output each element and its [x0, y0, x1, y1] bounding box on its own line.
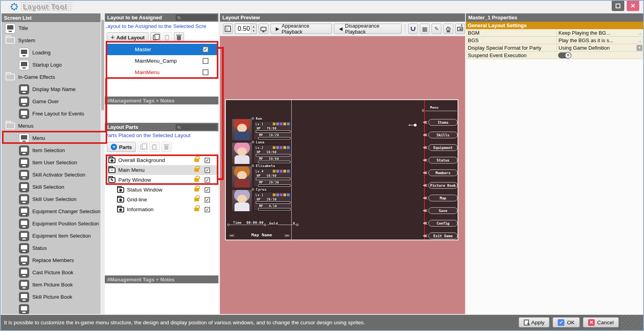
party-format-dropdown[interactable]: Using Game Definition▼ — [557, 44, 643, 51]
zoom-spinner[interactable]: ▲▼ — [251, 24, 256, 33]
spin-up-icon[interactable]: ▲ — [251, 24, 256, 29]
unlock-icon[interactable] — [194, 188, 199, 192]
paste-part-button[interactable] — [149, 142, 160, 152]
menu-button-save[interactable]: Save — [428, 207, 458, 214]
suspend-event-toggle[interactable]: 0 — [558, 52, 571, 58]
sidebar-item-skill-user-selection[interactable]: Skill User Selection — [2, 193, 101, 205]
spin-down-icon[interactable]: ▼ — [251, 29, 256, 33]
property-row-display-special-format[interactable]: Display Special Format for Party Using G… — [466, 44, 643, 52]
screen-list-scrollbar[interactable] — [101, 13, 104, 314]
menu-button-members[interactable]: Members — [428, 169, 458, 176]
management-tags-notes-field[interactable] — [106, 104, 218, 123]
sidebar-item-replace-members[interactable]: Replace Members — [2, 254, 101, 266]
sidebar-item-item-user-selection[interactable]: Item User Selection — [2, 156, 101, 169]
sidebar-item-partial[interactable] — [2, 303, 101, 314]
sidebar-item-free-layout-for-events[interactable]: Free Layout for Events — [2, 108, 101, 120]
part-row-grid-line[interactable]: ◉ Grid-line — [106, 195, 217, 205]
layout-row-master[interactable]: Master — [106, 44, 217, 55]
part-checkbox[interactable] — [205, 207, 210, 212]
preview-canvas[interactable]: Menu Items Skills Equipment Status Membe… — [220, 36, 465, 314]
part-row-party-window[interactable]: ✎ Party Window — [106, 175, 217, 185]
paste-layout-button[interactable] — [162, 32, 172, 43]
toggle-knob[interactable]: 0 — [565, 52, 571, 59]
menu-button-map[interactable]: Map — [428, 195, 458, 201]
snap-magnet-button[interactable] — [408, 24, 418, 34]
sidebar-item-system[interactable]: System — [2, 34, 101, 46]
sidebar-item-equipment-changer-selection[interactable]: Equipment Changer Selection — [2, 205, 101, 218]
apply-button[interactable]: Apply — [519, 317, 550, 327]
property-row-bgs[interactable]: BGS Play the BGS as it is s...→ — [466, 37, 643, 44]
part-checkbox[interactable] — [205, 167, 210, 173]
layout-checkbox[interactable] — [203, 58, 208, 64]
sidebar-item-startup-logo[interactable]: Startup Logo — [2, 59, 101, 71]
unlock-icon[interactable] — [194, 178, 199, 182]
menu-button-equipment[interactable]: Equipment — [428, 144, 458, 151]
sidebar-item-cast-picture-book[interactable]: Cast Picture Book — [2, 266, 101, 279]
part-checkbox[interactable] — [205, 177, 210, 183]
delete-part-button[interactable] — [161, 142, 171, 152]
layout-search-input[interactable] — [176, 15, 217, 20]
camera-view-button[interactable] — [443, 24, 453, 34]
sidebar-item-skill-activator-selection[interactable]: Skill Activator Selection — [2, 169, 101, 181]
unlock-icon[interactable] — [194, 208, 199, 211]
part-row-main-menu[interactable]: ≡ Main Menu — [106, 165, 217, 175]
management-tags-notes-field-2[interactable] — [106, 283, 218, 313]
zoom-input[interactable]: 0.50 ▲▼ — [235, 24, 257, 34]
copy-part-button[interactable] — [138, 142, 148, 152]
sidebar-item-menus[interactable]: Menus — [2, 120, 101, 132]
property-row-bgm[interactable]: BGM Keep Playing the BG...→ — [466, 29, 643, 37]
layout-row-mainmenu-camp[interactable]: MainMenu_Camp — [106, 55, 217, 67]
menu-button-items[interactable]: Items — [428, 119, 458, 126]
menu-button-status[interactable]: Status — [428, 157, 458, 164]
part-checkbox[interactable] — [205, 158, 210, 163]
grid-toggle-button[interactable]: ▦ — [420, 24, 430, 34]
toolbar-overflow-button[interactable]: ▼ — [459, 23, 464, 28]
appearance-playback-button[interactable]: ▶ Appearance Playback — [270, 24, 332, 34]
sidebar-item-menu[interactable]: Menu — [2, 132, 101, 144]
unlock-icon[interactable] — [194, 198, 199, 201]
part-checkbox[interactable] — [205, 187, 210, 193]
edit-pen-button[interactable]: ✎ — [432, 24, 441, 34]
part-row-status-window[interactable]: ◉ Status Window — [106, 185, 217, 195]
scrollbar-thumb[interactable] — [101, 20, 104, 110]
ok-button[interactable]: ✓OK — [553, 317, 580, 327]
sidebar-item-equipment-item-selection[interactable]: Equipment Item Selection — [2, 230, 101, 242]
disappearance-playback-button[interactable]: ◀ Disappearance Playback — [334, 24, 402, 34]
sidebar-item-equipment-position-selection[interactable]: Equipment Position Selection — [2, 218, 101, 230]
parts-search-input[interactable] — [176, 124, 217, 130]
part-row-overall-background[interactable]: ◉ Overall Background — [106, 155, 217, 165]
menu-button-exit-game[interactable]: Exit Game — [428, 232, 458, 239]
sidebar-item-skill-selection[interactable]: Skill Selection — [2, 181, 101, 193]
chevron-down-icon[interactable]: ▼ — [637, 45, 642, 51]
menu-button-picture-book[interactable]: Picture Book — [428, 182, 458, 189]
menu-button-skills[interactable]: Skills — [428, 132, 458, 138]
sidebar-item-in-game-effects[interactable]: In-Game Effects — [2, 71, 101, 83]
unlock-icon[interactable] — [194, 168, 199, 172]
part-row-information[interactable]: ◉ Information — [106, 205, 217, 214]
sidebar-item-title[interactable]: Title — [2, 22, 101, 34]
menu-button-config[interactable]: Config — [428, 220, 458, 227]
maximize-button[interactable] — [612, 1, 624, 11]
delete-layout-button[interactable] — [174, 32, 184, 43]
bgs-value[interactable]: Play the BGS as it is s...→ — [557, 37, 643, 44]
property-row-suspend-event-execution[interactable]: Suspend Event Execution 0 — [466, 52, 643, 59]
bgm-value[interactable]: Keep Playing the BG...→ — [557, 29, 643, 36]
add-parts-button[interactable]: + Parts — [107, 142, 136, 152]
layout-checkbox[interactable] — [203, 69, 208, 75]
layout-checkbox[interactable] — [203, 46, 208, 52]
game-preview[interactable]: Menu Items Skills Equipment Status Membe… — [225, 99, 458, 240]
cancel-button[interactable]: ✕Cancel — [583, 317, 619, 327]
resize-grip[interactable] — [621, 315, 644, 330]
sidebar-item-loading[interactable]: Loading — [2, 46, 101, 59]
sidebar-item-item-picture-book[interactable]: Item Picture Book — [2, 279, 101, 291]
layout-row-mainmenu[interactable]: MainMenu — [106, 67, 217, 78]
sidebar-item-display-map-name[interactable]: Display Map Name — [2, 83, 101, 95]
part-checkbox[interactable] — [205, 197, 210, 203]
display-resolution-button[interactable] — [259, 24, 268, 34]
close-button[interactable]: ✕ — [627, 1, 639, 11]
sidebar-item-skill-picture-book[interactable]: Skill Picture Book — [2, 291, 101, 303]
fit-to-window-button[interactable]: ↕ — [223, 24, 233, 34]
unlock-icon[interactable] — [194, 158, 199, 162]
copy-layout-button[interactable] — [150, 32, 160, 43]
sidebar-item-game-over[interactable]: Game Over — [2, 95, 101, 108]
